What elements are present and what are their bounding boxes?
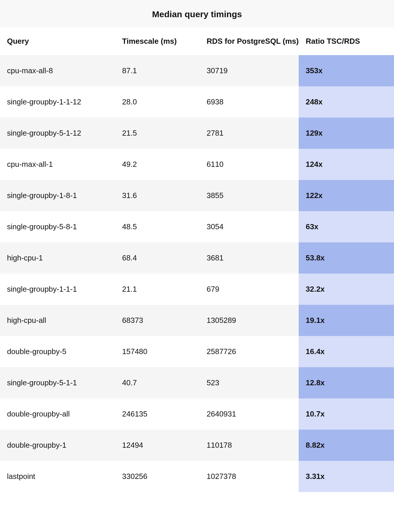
cell-timescale-ms: 21.1 [115, 274, 200, 305]
cell-rds-ms: 3855 [200, 180, 299, 211]
cell-query: high-cpu-1 [0, 242, 115, 274]
table-header: Query Timescale (ms) RDS for PostgreSQL … [0, 27, 394, 55]
cell-ratio: 129x [299, 118, 394, 149]
table-row: single-groupby-1-1-121.167932.2x [0, 274, 394, 305]
cell-rds-ms: 523 [200, 367, 299, 398]
cell-rds-ms: 110178 [200, 430, 299, 461]
table-body: cpu-max-all-887.130719353xsingle-groupby… [0, 55, 394, 492]
cell-ratio: 63x [299, 211, 394, 242]
cell-query: single-groupby-1-8-1 [0, 180, 115, 211]
table-row: cpu-max-all-149.26110124x [0, 149, 394, 180]
cell-ratio: 53.8x [299, 242, 394, 274]
table-row: double-groupby-all246135264093110.7x [0, 398, 394, 430]
cell-ratio: 16.4x [299, 336, 394, 367]
table-row: single-groupby-5-1-1221.52781129x [0, 118, 394, 149]
cell-rds-ms: 2640931 [200, 398, 299, 430]
page-title: Median query timings [0, 0, 394, 27]
cell-timescale-ms: 330256 [115, 461, 200, 492]
col-header-query: Query [0, 36, 115, 46]
table-row: high-cpu-168.4368153.8x [0, 242, 394, 274]
cell-query: high-cpu-all [0, 305, 115, 336]
col-header-ratio: Ratio TSC/RDS [299, 36, 394, 46]
cell-query: cpu-max-all-1 [0, 149, 115, 180]
cell-rds-ms: 6938 [200, 86, 299, 118]
timings-table: Median query timings Query Timescale (ms… [0, 0, 394, 492]
cell-query: double-groupby-all [0, 398, 115, 430]
cell-timescale-ms: 31.6 [115, 180, 200, 211]
cell-rds-ms: 6110 [200, 149, 299, 180]
cell-ratio: 353x [299, 55, 394, 86]
cell-rds-ms: 1027378 [200, 461, 299, 492]
cell-timescale-ms: 49.2 [115, 149, 200, 180]
cell-rds-ms: 679 [200, 274, 299, 305]
col-header-timescale: Timescale (ms) [115, 36, 200, 46]
cell-query: double-groupby-5 [0, 336, 115, 367]
table-row: single-groupby-5-8-148.5305463x [0, 211, 394, 242]
cell-ratio: 124x [299, 149, 394, 180]
cell-query: single-groupby-5-1-1 [0, 367, 115, 398]
cell-timescale-ms: 48.5 [115, 211, 200, 242]
table-row: single-groupby-1-8-131.63855122x [0, 180, 394, 211]
cell-rds-ms: 3054 [200, 211, 299, 242]
cell-query: single-groupby-5-1-12 [0, 118, 115, 149]
cell-ratio: 8.82x [299, 430, 394, 461]
cell-rds-ms: 1305289 [200, 305, 299, 336]
cell-ratio: 248x [299, 86, 394, 118]
cell-query: single-groupby-1-1-12 [0, 86, 115, 118]
cell-ratio: 10.7x [299, 398, 394, 430]
cell-timescale-ms: 68373 [115, 305, 200, 336]
cell-timescale-ms: 68.4 [115, 242, 200, 274]
cell-query: single-groupby-5-8-1 [0, 211, 115, 242]
cell-query: cpu-max-all-8 [0, 55, 115, 86]
cell-query: double-groupby-1 [0, 430, 115, 461]
cell-query: lastpoint [0, 461, 115, 492]
cell-query: single-groupby-1-1-1 [0, 274, 115, 305]
table-row: cpu-max-all-887.130719353x [0, 55, 394, 86]
table-row: single-groupby-1-1-1228.06938248x [0, 86, 394, 118]
table-row: high-cpu-all68373130528919.1x [0, 305, 394, 336]
table-row: single-groupby-5-1-140.752312.8x [0, 367, 394, 398]
cell-timescale-ms: 21.5 [115, 118, 200, 149]
cell-rds-ms: 2781 [200, 118, 299, 149]
cell-timescale-ms: 40.7 [115, 367, 200, 398]
cell-timescale-ms: 28.0 [115, 86, 200, 118]
cell-ratio: 122x [299, 180, 394, 211]
cell-timescale-ms: 246135 [115, 398, 200, 430]
cell-ratio: 19.1x [299, 305, 394, 336]
cell-rds-ms: 3681 [200, 242, 299, 274]
cell-rds-ms: 30719 [200, 55, 299, 86]
cell-timescale-ms: 157480 [115, 336, 200, 367]
col-header-rds: RDS for PostgreSQL (ms) [200, 36, 299, 46]
table-row: lastpoint33025610273783.31x [0, 461, 394, 492]
table-row: double-groupby-1124941101788.82x [0, 430, 394, 461]
cell-ratio: 3.31x [299, 461, 394, 492]
cell-rds-ms: 2587726 [200, 336, 299, 367]
cell-timescale-ms: 12494 [115, 430, 200, 461]
table-row: double-groupby-5157480258772616.4x [0, 336, 394, 367]
cell-timescale-ms: 87.1 [115, 55, 200, 86]
cell-ratio: 32.2x [299, 274, 394, 305]
cell-ratio: 12.8x [299, 367, 394, 398]
